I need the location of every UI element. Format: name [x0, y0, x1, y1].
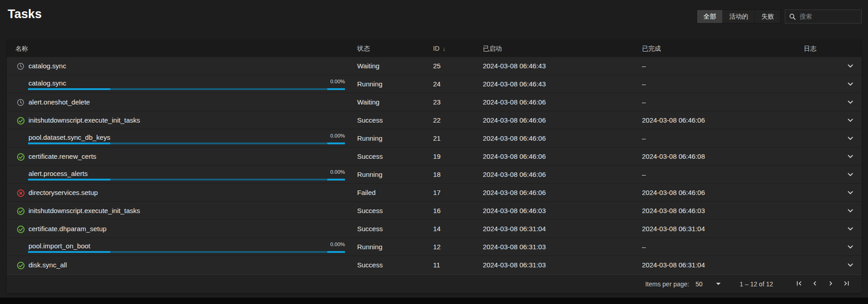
progress-bar: [28, 142, 345, 144]
task-finished: –: [642, 75, 646, 93]
check-circle-icon: [17, 153, 24, 160]
task-started: 2024-03-08 06:46:43: [483, 57, 546, 75]
table-row[interactable]: certificate.renew_certs Success 19 2024-…: [7, 147, 862, 166]
task-state: Running: [357, 238, 382, 256]
task-name: certificate.renew_certs: [28, 147, 96, 165]
table-row[interactable]: pool.import_on_boot 0.00% Running 12 202…: [7, 238, 862, 256]
expand-row-button[interactable]: [845, 62, 855, 71]
table-row[interactable]: disk.sync_all Success 11 2024-03-08 06:3…: [7, 256, 862, 274]
table-row[interactable]: initshutdownscript.execute_init_tasks Su…: [7, 202, 862, 220]
expand-row-button[interactable]: [845, 188, 855, 198]
task-state: Failed: [357, 184, 376, 201]
search-box[interactable]: [785, 10, 862, 24]
task-progress: 0.00%: [28, 238, 345, 256]
task-name: certificate.dhparam_setup: [28, 220, 107, 238]
expand-row-button[interactable]: [845, 224, 855, 234]
expand-row-button[interactable]: [845, 206, 855, 216]
last-page-icon: [842, 279, 851, 288]
task-state: Running: [357, 129, 382, 147]
task-filter-group: 全部 活动的 失败: [697, 10, 781, 24]
check-circle-icon: [17, 225, 24, 233]
chevron-right-icon: [826, 279, 835, 288]
progress-bar: [28, 251, 345, 253]
table-row[interactable]: initshutdownscript.execute_init_tasks Su…: [7, 111, 862, 129]
chevron-down-icon: [846, 170, 855, 179]
expand-row-button[interactable]: [845, 170, 855, 180]
sort-descending-icon: ↓: [443, 45, 446, 52]
task-state: Running: [357, 75, 382, 93]
column-header-id[interactable]: ID↓: [433, 40, 446, 57]
next-page-button[interactable]: [823, 279, 839, 290]
task-id: 11: [433, 256, 440, 274]
progress-percent-label: 0.00%: [330, 79, 345, 84]
progress-percent-label: 0.00%: [330, 242, 345, 247]
running-dot-icon: [19, 86, 26, 94]
task-name: initshutdownscript.execute_init_tasks: [28, 111, 140, 129]
task-progress: 0.00%: [28, 75, 345, 93]
table-row[interactable]: certificate.dhparam_setup Success 14 202…: [7, 220, 862, 238]
chevron-down-icon: [846, 134, 855, 143]
task-name: catalog.sync: [28, 57, 66, 75]
table-body: catalog.sync Waiting 25 2024-03-08 06:46…: [7, 57, 862, 274]
previous-page-button[interactable]: [807, 279, 823, 290]
tasks-table-card: 名称 状态 ID↓ 已启动 已完成 日志 catalog.sync Waitin…: [7, 40, 862, 293]
task-id: 25: [433, 57, 441, 75]
page-range-label: 1 – 12 of 12: [740, 280, 773, 288]
task-state: Success: [357, 202, 383, 219]
task-state: Success: [357, 111, 383, 129]
dropdown-caret-icon: [716, 283, 721, 285]
progress-percent-label: 0.00%: [330, 169, 345, 175]
last-page-button[interactable]: [839, 279, 854, 290]
filter-all-button[interactable]: 全部: [697, 10, 723, 23]
chevron-down-icon: [846, 152, 855, 161]
table-header-row: 名称 状态 ID↓ 已启动 已完成 日志: [7, 40, 862, 57]
table-row[interactable]: alert.process_alerts 0.00% Running 18 20…: [7, 166, 862, 184]
table-row[interactable]: catalog.sync 0.00% Running 24 2024-03-08…: [7, 75, 862, 93]
task-finished: –: [642, 166, 646, 183]
column-header-state[interactable]: 状态: [357, 40, 370, 57]
task-id: 22: [433, 111, 441, 129]
table-row[interactable]: alert.oneshot_delete Waiting 23 2024-03-…: [7, 93, 862, 111]
paginator: Items per page: 50 1 – 12 of 12: [7, 274, 862, 293]
task-started: 2024-03-08 06:31:04: [483, 220, 546, 238]
clock-icon: [17, 62, 24, 70]
table-row[interactable]: pool.dataset.sync_db_keys 0.00% Running …: [7, 129, 862, 147]
first-page-icon: [795, 279, 803, 288]
task-state: Waiting: [357, 93, 379, 111]
expand-row-button[interactable]: [845, 98, 855, 108]
search-input[interactable]: [800, 13, 858, 20]
expand-row-button[interactable]: [845, 152, 855, 162]
chevron-down-icon: [846, 224, 855, 233]
expand-row-button[interactable]: [845, 116, 855, 126]
running-dot-icon: [19, 249, 26, 256]
filter-failed-button[interactable]: 失败: [755, 10, 780, 23]
page-size-select[interactable]: 50: [695, 280, 721, 288]
column-header-finished[interactable]: 已完成: [642, 40, 661, 57]
column-header-started[interactable]: 已启动: [483, 40, 502, 57]
progress-bar: [28, 179, 345, 180]
column-header-name[interactable]: 名称: [15, 40, 28, 57]
task-finished: 2024-03-08 06:46:06: [642, 111, 705, 129]
expand-row-button[interactable]: [845, 242, 855, 252]
task-name: disk.sync_all: [28, 256, 67, 274]
expand-row-button[interactable]: [845, 80, 855, 90]
search-icon: [789, 13, 796, 20]
task-started: 2024-03-08 06:31:03: [483, 256, 546, 274]
task-id: 24: [433, 75, 441, 93]
chevron-down-icon: [846, 206, 855, 215]
expand-row-button[interactable]: [845, 261, 855, 271]
first-page-button[interactable]: [791, 279, 807, 290]
task-started: 2024-03-08 06:46:43: [483, 75, 546, 93]
task-progress: 0.00%: [28, 129, 345, 147]
bottom-strip: [0, 298, 868, 304]
table-row[interactable]: catalog.sync Waiting 25 2024-03-08 06:46…: [7, 57, 862, 75]
table-row[interactable]: directoryservices.setup Failed 17 2024-0…: [7, 184, 862, 202]
task-id: 16: [433, 202, 441, 219]
filter-active-button[interactable]: 活动的: [723, 10, 755, 23]
task-id: 17: [433, 184, 441, 201]
chevron-down-icon: [846, 188, 855, 197]
task-id: 23: [433, 93, 441, 111]
task-name: initshutdownscript.execute_init_tasks: [28, 202, 140, 219]
expand-row-button[interactable]: [845, 134, 855, 144]
task-state: Success: [357, 147, 383, 165]
